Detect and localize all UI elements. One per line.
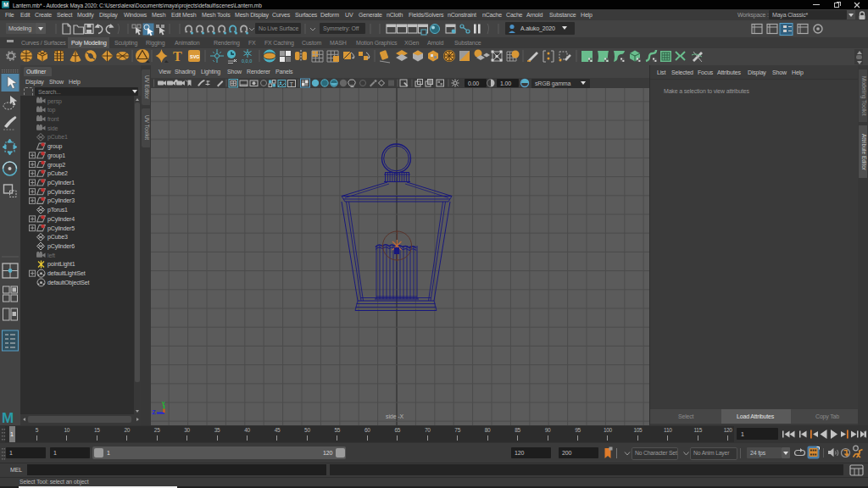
svg-text:Z: Z bbox=[153, 409, 156, 415]
svg-text:M: M bbox=[2, 410, 14, 425]
svg-text:Y: Y bbox=[162, 401, 166, 407]
svg-text:T: T bbox=[290, 80, 294, 88]
svg-text:T: T bbox=[173, 48, 182, 63]
svg-text:0,0,0: 0,0,0 bbox=[242, 58, 252, 64]
svg-text:SVG: SVG bbox=[190, 53, 200, 58]
